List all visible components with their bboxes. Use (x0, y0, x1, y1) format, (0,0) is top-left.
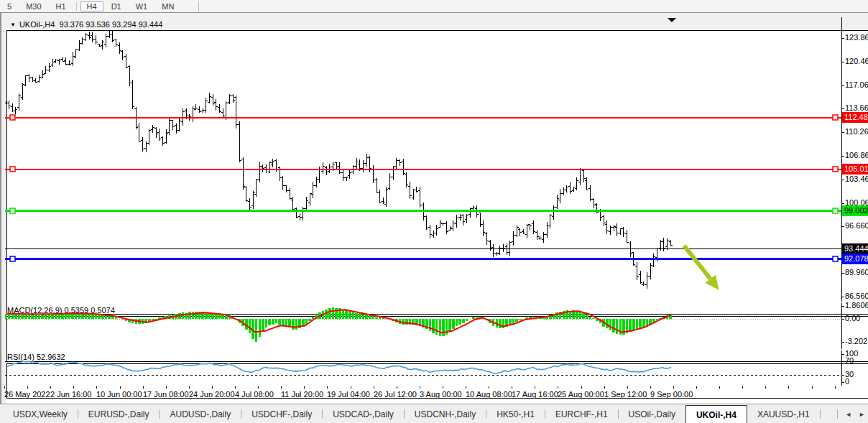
date-label: 26 May 2022 (4, 390, 50, 399)
price-axis-label: 123.860 (845, 33, 868, 42)
date-label: 4 Jul 08:00 (235, 390, 274, 399)
price-axis-label: 89.960 (845, 268, 868, 276)
time-axis-tick (581, 386, 582, 389)
divider (76, 2, 77, 11)
time-axis-tick (443, 386, 443, 389)
time-axis-tick (788, 386, 789, 389)
macd-axis-label: 0.00 (845, 314, 860, 322)
time-axis-tick (212, 386, 213, 389)
price-axis-label: 117.060 (845, 80, 868, 89)
time-axis-tick (650, 386, 651, 389)
symbol-tab-eurusd-daily[interactable]: EURUSD-,Daily (78, 404, 160, 423)
price-axis-label: 96.660 (845, 221, 868, 230)
date-label: 9 Sep 00:00 (650, 390, 693, 399)
chart-ohlc-values: 93.376 93.536 93.294 93.444 (60, 20, 163, 29)
price-axis-label: 86.560 (845, 292, 868, 300)
date-label: 2 Jun 16:00 (50, 390, 92, 399)
symbol-tab-usdchf-daily[interactable]: USDCHF-,Daily (241, 404, 322, 423)
date-label: 24 Jun 20:00 (189, 390, 235, 399)
timeframe-toolbar: 5M30H1H4D1W1MN (0, 0, 868, 13)
time-axis-tick (466, 386, 466, 389)
price-axis-label: 106.860 (845, 151, 868, 159)
macd-axis-label: -3.2023 (845, 337, 868, 345)
time-axis-tick (73, 386, 74, 389)
tab-scroll-left-icon[interactable]: ◄ (845, 411, 851, 418)
time-axis-tick (374, 386, 374, 389)
date-label: 26 Jul 12:00 (374, 390, 417, 399)
rsi-axis-label: 70 (845, 356, 854, 365)
time-axis-tick (96, 386, 97, 389)
symbol-tab-usdcnh-daily[interactable]: USDCNH-,Daily (405, 404, 486, 423)
time-axis-tick (351, 386, 351, 389)
date-label: 17 Aug 16:00 (512, 390, 558, 399)
time-axis-tick (765, 386, 766, 389)
price-level-badge: 93.444 (842, 243, 868, 254)
price-axis-label: 103.460 (845, 175, 868, 183)
timeframe-button-5[interactable]: 5 (1, 1, 18, 11)
time-axis-tick (512, 386, 512, 389)
price-chart-canvas[interactable] (5, 17, 841, 302)
time-axis-tick (327, 386, 328, 389)
time-axis-tick (420, 386, 420, 389)
timeframe-button-w1[interactable]: W1 (129, 1, 154, 11)
timeframe-button-d1[interactable]: D1 (105, 1, 128, 11)
price-axis-label: 110.260 (845, 127, 868, 136)
symbol-tab-eurchf-h1[interactable]: EURCHF-,H1 (545, 404, 618, 423)
axis-separator (841, 303, 842, 349)
time-axis-tick (742, 386, 743, 389)
time-axis-tick (397, 386, 397, 389)
time-axis-tick (27, 386, 28, 389)
time-axis-tick (50, 386, 51, 389)
divider (837, 409, 838, 419)
symbol-tab-xauusd-h1[interactable]: XAUUSD-,H1 (747, 404, 820, 423)
divider (198, 1, 199, 12)
timeframe-button-mn[interactable]: MN (155, 1, 180, 11)
date-label: 10 Aug 08:00 (466, 390, 512, 399)
tab-scroll-right-icon[interactable]: ► (859, 411, 865, 418)
time-axis-tick (258, 386, 259, 389)
time-axis-tick (627, 386, 628, 389)
time-axis-tick (812, 386, 813, 389)
divider (820, 409, 821, 419)
rsi-indicator-label: RSI(14) 52.9632 (7, 353, 65, 361)
time-axis-tick (719, 386, 720, 389)
time-axis-tick (489, 386, 489, 389)
date-label: 1 Sep 12:00 (604, 390, 647, 399)
time-axis-tick (535, 386, 535, 389)
symbol-tab-usdcad-daily[interactable]: USDCAD-,Daily (323, 404, 404, 423)
symbol-tab-ukoil-h4[interactable]: UKOil-,H4 (685, 405, 747, 423)
date-label: 3 Aug 00:00 (420, 390, 462, 399)
axis-separator (841, 17, 842, 302)
price-axis-label: 113.660 (845, 103, 868, 112)
price-level-badge: 99.002 (842, 205, 868, 216)
timeframe-button-h4[interactable]: H4 (80, 1, 103, 11)
symbol-tab-usoil-daily[interactable]: USOil-,Daily (619, 404, 685, 423)
date-label: 19 Jul 04:00 (327, 390, 370, 399)
time-axis-tick (604, 386, 605, 389)
chart-symbol-label: UKOil-,H4 (19, 20, 55, 29)
date-label: 11 Jul 20:00 (281, 390, 323, 399)
time-axis-tick (4, 386, 5, 389)
symbol-tabs: USDX,WeeklyEURUSD-,DailyAUDUSD-,DailyUSD… (0, 404, 821, 423)
terminal-screen: 5M30H1H4D1W1MN ▼UKOil-,H4 93.376 93.536 … (0, 0, 868, 423)
date-label: 25 Aug 00:00 (558, 390, 604, 399)
rsi-canvas[interactable] (5, 350, 841, 386)
time-axis-tick (304, 386, 305, 389)
price-level-badge: 105.015 (842, 164, 868, 175)
timeframe-button-m30[interactable]: M30 (19, 1, 47, 11)
time-axis-tick (835, 386, 836, 389)
symbol-tab-hk50-h1[interactable]: HK50-,H1 (486, 404, 545, 423)
date-label: 17 Jun 08:00 (143, 390, 189, 399)
symbol-tab-usdx-weekly[interactable]: USDX,Weekly (3, 404, 78, 423)
time-axis-tick (166, 386, 167, 389)
symbol-tab-audusd-daily[interactable]: AUDUSD-,Daily (160, 404, 241, 423)
time-axis-tick (235, 386, 236, 389)
time-axis-tick (673, 386, 674, 389)
macd-indicator-label: MACD(12,26,9) 0.5359 0.5074 (7, 306, 115, 315)
tab-scroll-controls: ◄ ► (837, 404, 865, 423)
macd-canvas[interactable] (5, 303, 841, 349)
price-level-badge: 92.078 (842, 254, 868, 264)
time-axis-tick (143, 386, 144, 389)
collapse-triangle-icon[interactable]: ▼ (10, 22, 16, 28)
timeframe-button-h1[interactable]: H1 (50, 1, 73, 11)
